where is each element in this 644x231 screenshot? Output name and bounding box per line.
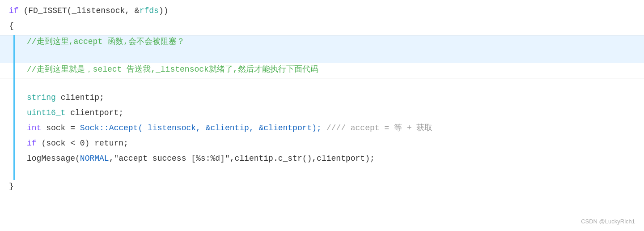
type-uint16: uint16_t [27, 107, 70, 120]
code-line-6 [0, 78, 644, 91]
keyword-int: int [27, 122, 41, 135]
func-log-end: ,"accept success [%s:%d]",clientip.c_str… [109, 152, 375, 165]
code-line-11: logMessage(NORMAL,"accept success [%s:%d… [0, 152, 644, 167]
code-line-8: uint16_t clientport; [0, 107, 644, 122]
open-brace: { [9, 20, 14, 33]
code-line-1: if (FD_ISSET(_listensock, &rfds)) [0, 4, 644, 20]
comment-2: //走到这里就是，select 告送我,_listensock就绪了,然后才能执… [27, 63, 318, 76]
code-line-4 [0, 50, 644, 63]
type-string: string [27, 91, 61, 104]
code-line-9: int sock = Sock::Accept(_listensock, &cl… [0, 122, 644, 137]
code-line-2: { [0, 20, 644, 35]
empty2 [27, 167, 32, 180]
var-clientport: clientport; [70, 107, 123, 120]
watermark: CSDN @LuckyRich1 [581, 217, 635, 227]
code-line-12 [0, 167, 644, 180]
comment-1: //走到这里,accept 函数,会不会被阻塞？ [27, 35, 185, 48]
code-container: if (FD_ISSET(_listensock, &rfds)) { //走到… [0, 0, 644, 231]
code-line-13: } [0, 180, 644, 195]
code-text: (FD_ISSET(_listensock, &rfds)) [23, 4, 168, 17]
keyword-if2: if [27, 137, 41, 150]
code-line-5: //走到这里就是，select 告送我,_listensock就绪了,然后才能执… [0, 63, 644, 78]
var-clientip: clientip; [61, 91, 104, 104]
close-brace: } [9, 180, 14, 193]
empty [27, 78, 32, 91]
const-normal: NORMAL [80, 152, 109, 165]
check-sock: (sock < 0) return; [41, 137, 128, 150]
keyword-if: if [9, 4, 23, 17]
code-line-10: if (sock < 0) return; [0, 137, 644, 152]
func-log-start: logMessage( [27, 152, 80, 165]
var-sock: sock = [41, 122, 80, 135]
code-line-7: string clientip; [0, 91, 644, 107]
code-line-3: //走到这里,accept 函数,会不会被阻塞？ [0, 35, 644, 50]
empty-space [27, 50, 32, 63]
comment-accept: //// accept = 等 + 获取 [322, 122, 432, 135]
func-accept: Sock::Accept(_listensock, &clientip, &cl… [80, 122, 322, 135]
